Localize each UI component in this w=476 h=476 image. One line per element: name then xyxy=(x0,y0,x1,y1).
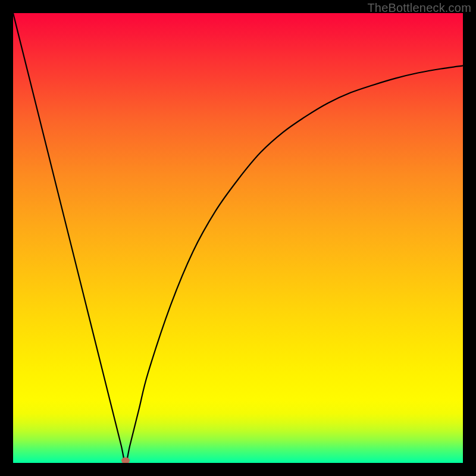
gradient-plot-area xyxy=(13,13,463,463)
minimum-marker xyxy=(121,458,130,464)
watermark-text: TheBottleneck.com xyxy=(367,1,471,15)
bottleneck-curve-path xyxy=(13,13,463,463)
bottleneck-curve-svg xyxy=(13,13,463,463)
